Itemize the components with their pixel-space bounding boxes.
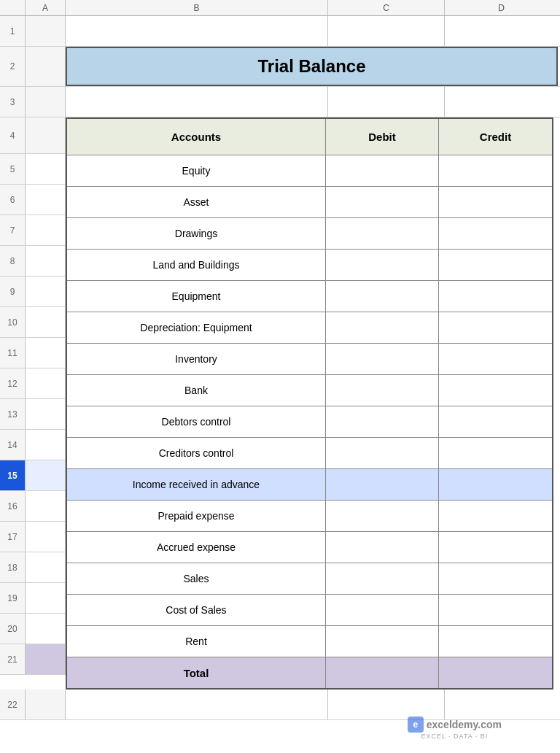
cell-10a [26, 307, 66, 338]
cell-17a [26, 522, 66, 552]
row-num-11: 11 [0, 338, 26, 368]
title-cell: Trial Balance [66, 47, 558, 86]
row-num-3: 3 [0, 87, 26, 117]
row-depreciation: Depreciation: Equipment [67, 312, 552, 344]
cell-22d [445, 690, 558, 719]
cell-6a [26, 185, 66, 215]
spreadsheet-title: Trial Balance [257, 56, 365, 77]
row-num-4: 4 [0, 117, 26, 154]
row-inventory: Inventory [67, 344, 552, 375]
cell-depreciation-debit [326, 312, 439, 343]
cell-18a [26, 552, 66, 583]
cell-creditors-credit [439, 438, 552, 468]
cell-20a [26, 614, 66, 644]
cell-accrued-debit [326, 532, 439, 563]
cell-land-buildings-credit [439, 250, 552, 280]
cell-land-buildings-debit [326, 250, 439, 280]
cell-equity-debit [326, 155, 439, 186]
col-header-d: D [445, 0, 558, 15]
cell-3c [328, 87, 445, 117]
cell-8a [26, 246, 66, 277]
cell-income-advance-debit [326, 469, 439, 500]
row-land-buildings: Land and Buildings [67, 250, 552, 281]
cell-3b [66, 87, 328, 117]
row-num-2: 2 [0, 47, 26, 86]
cell-depreciation-credit [439, 312, 552, 343]
cell-cost-of-sales-debit [326, 595, 439, 625]
cell-debtors-debit [326, 406, 439, 437]
cell-prepaid-credit [439, 501, 552, 531]
row-num-5: 5 [0, 154, 26, 185]
cell-asset-debit [326, 187, 439, 217]
cell-sales-debit [326, 563, 439, 594]
cell-debtors-credit [439, 406, 552, 437]
row-cost-of-sales: Cost of Sales [67, 595, 552, 626]
row-total: Total [67, 657, 552, 688]
table-header-row: Accounts Debit Credit [67, 119, 552, 155]
header-debit: Debit [326, 119, 439, 155]
cell-bank-credit [439, 375, 552, 406]
cell-rent-credit [439, 626, 552, 657]
cell-19a [26, 583, 66, 614]
watermark-icon: e [408, 717, 424, 733]
watermark: e exceldemy.com EXCEL · DATA · BI [408, 717, 502, 740]
row-num-9: 9 [0, 277, 26, 307]
row-equity: Equity [67, 155, 552, 187]
cell-inventory-debit [326, 344, 439, 374]
column-headers: A B C D [0, 0, 560, 16]
cell-sales-credit [439, 563, 552, 594]
row-num-22: 22 [0, 690, 26, 719]
cell-land-buildings: Land and Buildings [67, 250, 326, 280]
col-a-cells [26, 117, 66, 690]
cell-asset: Asset [67, 187, 326, 217]
row-num-7: 7 [0, 215, 26, 246]
row-numbers: 4 5 6 7 8 9 10 11 12 13 14 15 16 [0, 117, 26, 690]
row-prepaid: Prepaid expense [67, 501, 552, 532]
row-22: 22 [0, 690, 560, 720]
row-num-13: 13 [0, 399, 26, 430]
cell-rent: Rent [67, 626, 326, 657]
row-sales: Sales [67, 563, 552, 595]
cell-accrued: Accrued expense [67, 532, 326, 563]
cell-1a [26, 16, 66, 46]
row-num-21: 21 [0, 644, 26, 675]
row-num-20: 20 [0, 614, 26, 644]
cell-3d [445, 87, 558, 117]
cell-cost-of-sales: Cost of Sales [67, 595, 326, 625]
cell-1d [445, 16, 558, 46]
watermark-logo: e exceldemy.com [408, 717, 502, 733]
cell-1b [66, 16, 328, 46]
row-drawings: Drawings [67, 218, 552, 250]
cell-drawings-credit [439, 218, 552, 249]
cell-15a [26, 460, 66, 491]
cell-22c [328, 690, 445, 719]
row-accrued: Accrued expense [67, 532, 552, 563]
row-income-advance: Income received in advance [67, 469, 552, 501]
cell-inventory-credit [439, 344, 552, 374]
cell-22a [26, 690, 66, 719]
row-num-8: 8 [0, 246, 26, 277]
main-table: Accounts Debit Credit Equity [66, 117, 553, 690]
row-num-1: 1 [0, 16, 26, 46]
cell-total-debit [326, 657, 439, 688]
cell-sales: Sales [67, 563, 326, 594]
row-num-10: 10 [0, 307, 26, 338]
row-3: 3 [0, 87, 560, 117]
cell-16a [26, 491, 66, 522]
cell-accrued-credit [439, 532, 552, 563]
cell-total-credit [439, 657, 552, 688]
cell-equity-credit [439, 155, 552, 186]
spreadsheet: A B C D 1 2 Trial Balance 3 4 5 [0, 0, 560, 753]
cell-9a [26, 277, 66, 307]
cell-21a [26, 644, 66, 675]
row-asset: Asset [67, 187, 552, 218]
cell-12a [26, 368, 66, 399]
row-rent: Rent [67, 626, 552, 657]
cell-income-advance-credit [439, 469, 552, 500]
cell-prepaid: Prepaid expense [67, 501, 326, 531]
row-2-title: 2 Trial Balance [0, 47, 560, 87]
corner-cell [0, 0, 26, 15]
cell-rent-debit [326, 626, 439, 657]
row-num-17: 17 [0, 522, 26, 552]
cell-bank: Bank [67, 375, 326, 406]
